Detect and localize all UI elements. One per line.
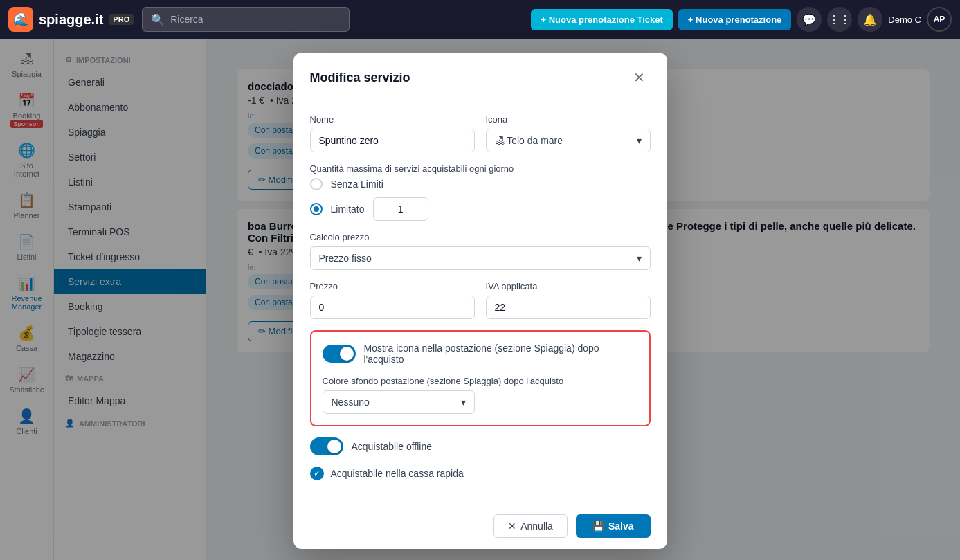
annulla-label: Annulla [520, 521, 553, 532]
form-group-prezzo: Prezzo [310, 281, 475, 319]
pro-badge: PRO [109, 14, 134, 25]
toggle-mostra-icona-switch[interactable] [323, 345, 356, 363]
search-bar[interactable]: 🔍 [142, 7, 350, 32]
form-group-qty: Quantità massima di servizi acquistabili… [310, 163, 651, 221]
qty-label: Quantità massima di servizi acquistabili… [310, 163, 651, 174]
search-icon: 🔍 [151, 13, 165, 26]
toggle-acquistabile-offline: Acquistabile offline [310, 437, 651, 455]
modal: Modifica servizio ✕ Nome Icona 🏖 Telo da… [293, 53, 667, 549]
icona-value: 🏖 Telo da mare [495, 135, 563, 146]
radio-circle-limitato [310, 203, 323, 215]
logo-icon: 🌊 [8, 7, 33, 32]
toggle-offline-switch[interactable] [310, 437, 343, 455]
iva-input[interactable] [486, 296, 651, 319]
grid-button[interactable]: ⋮⋮ [827, 7, 852, 32]
nome-label: Nome [310, 114, 475, 125]
calcolo-prezzo-value: Prezzo fisso [319, 253, 372, 264]
modal-header: Modifica servizio ✕ [293, 53, 667, 100]
toggle-mostra-icona: Mostra icona nella postazione (sezione S… [323, 343, 638, 365]
red-bordered-section: Mostra icona nella postazione (sezione S… [310, 330, 651, 426]
user-area: Demo C AP [888, 7, 952, 32]
colore-sfondo-dropdown[interactable]: Nessuno ▾ [323, 390, 475, 414]
form-group-icona: Icona 🏖 Telo da mare ▾ [486, 114, 651, 152]
x-icon: ✕ [508, 521, 516, 532]
modal-footer: ✕ Annulla 💾 Salva [293, 503, 667, 549]
radio-label-senza: Senza Limiti [331, 179, 383, 190]
colore-sfondo-label: Colore sfondo postazione (sezione Spiagg… [323, 376, 638, 386]
radio-circle-senza [310, 178, 323, 190]
checkbox-icon: ✓ [310, 467, 324, 480]
prezzo-input[interactable] [310, 296, 475, 319]
nome-input[interactable] [310, 129, 475, 152]
radio-group-qty: Senza Limiti Limitato [310, 178, 651, 221]
form-group-iva: IVA applicata [486, 281, 651, 319]
chevron-down-icon-2: ▾ [637, 253, 642, 264]
calcolo-prezzo-label: Calcolo prezzo [310, 232, 651, 242]
prezzo-label: Prezzo [310, 281, 475, 291]
calcolo-prezzo-dropdown[interactable]: Prezzo fisso ▾ [310, 246, 651, 270]
radio-label-limitato: Limitato [331, 204, 365, 215]
toggle-mostra-icona-label: Mostra icona nella postazione (sezione S… [364, 343, 638, 365]
icona-dropdown[interactable]: 🏖 Telo da mare ▾ [486, 129, 651, 152]
checkbox-cassa-rapida[interactable]: ✓ Acquistabile nella cassa rapida [310, 467, 651, 480]
radio-limitato[interactable]: Limitato [310, 197, 651, 221]
avatar: AP [927, 7, 952, 32]
new-ticket-button[interactable]: + Nuova prenotazione Ticket [531, 9, 672, 30]
modal-title: Modifica servizio [310, 71, 410, 85]
iva-label: IVA applicata [486, 281, 651, 291]
form-row-prezzo-iva: Prezzo IVA applicata [310, 281, 651, 319]
save-icon: 💾 [592, 521, 604, 532]
modal-close-button[interactable]: ✕ [628, 66, 651, 89]
new-prenotazione-button[interactable]: + Nuova prenotazione [678, 9, 791, 30]
icona-label: Icona [486, 114, 651, 125]
toggle-knob [340, 347, 354, 361]
chat-button[interactable]: 💬 [797, 7, 822, 32]
topbar-actions: + Nuova prenotazione Ticket + Nuova pren… [531, 7, 952, 32]
form-group-calcolo-prezzo: Calcolo prezzo Prezzo fisso ▾ [310, 232, 651, 270]
form-group-nome: Nome [310, 114, 475, 152]
radio-senza-limiti[interactable]: Senza Limiti [310, 178, 651, 190]
logo: 🌊 spiagge.it PRO [8, 7, 134, 32]
notification-button[interactable]: 🔔 [858, 7, 882, 32]
toggle-offline-knob [327, 440, 341, 453]
logo-text: spiagge.it [39, 12, 103, 28]
form-group-colore-sfondo: Colore sfondo postazione (sezione Spiagg… [323, 376, 638, 414]
toggle-offline-label: Acquistabile offline [352, 441, 432, 452]
modal-overlay: Modifica servizio ✕ Nome Icona 🏖 Telo da… [0, 39, 960, 560]
form-row-nome-icona: Nome Icona 🏖 Telo da mare ▾ [310, 114, 651, 152]
search-input[interactable] [170, 14, 341, 25]
salva-button[interactable]: 💾 Salva [576, 514, 651, 538]
chevron-down-icon: ▾ [637, 135, 642, 146]
topbar: 🌊 spiagge.it PRO 🔍 + Nuova prenotazione … [0, 0, 960, 39]
modal-body: Nome Icona 🏖 Telo da mare ▾ Quantità mas… [293, 100, 667, 503]
salva-label: Salva [608, 521, 634, 532]
annulla-button[interactable]: ✕ Annulla [493, 514, 568, 538]
checkbox-cassa-rapida-label: Acquistabile nella cassa rapida [331, 468, 464, 479]
quantity-input[interactable] [373, 197, 428, 221]
chevron-down-icon-3: ▾ [461, 397, 466, 408]
user-name: Demo C [888, 15, 921, 25]
colore-sfondo-value: Nessuno [332, 397, 370, 408]
